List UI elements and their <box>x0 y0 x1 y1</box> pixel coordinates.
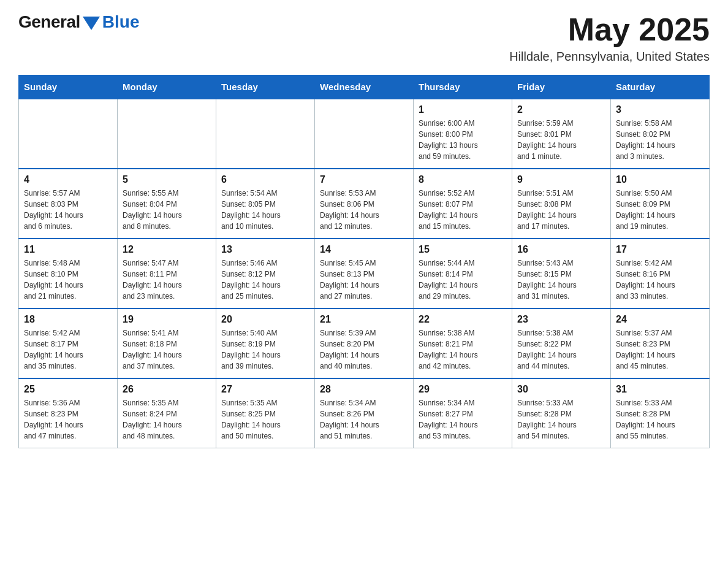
day-info: Sunrise: 5:50 AM Sunset: 8:09 PM Dayligh… <box>616 188 704 232</box>
logo: General Blue <box>18 12 139 32</box>
location-subtitle: Hilldale, Pennsylvania, United States <box>509 50 710 64</box>
calendar-day-header: Monday <box>118 75 216 99</box>
day-number: 15 <box>419 244 507 255</box>
day-info: Sunrise: 5:38 AM Sunset: 8:22 PM Dayligh… <box>517 327 605 372</box>
day-number: 29 <box>419 384 507 395</box>
day-info: Sunrise: 5:40 AM Sunset: 8:19 PM Dayligh… <box>221 327 309 372</box>
day-info: Sunrise: 5:36 AM Sunset: 8:23 PM Dayligh… <box>24 397 112 442</box>
calendar-day-header: Friday <box>512 75 611 99</box>
calendar-cell: 10Sunrise: 5:50 AM Sunset: 8:09 PM Dayli… <box>611 169 710 239</box>
day-number: 19 <box>123 314 211 325</box>
calendar-week-row: 1Sunrise: 6:00 AM Sunset: 8:00 PM Daylig… <box>19 99 710 169</box>
calendar-day-header: Saturday <box>611 75 710 99</box>
calendar-week-row: 25Sunrise: 5:36 AM Sunset: 8:23 PM Dayli… <box>19 378 710 448</box>
day-number: 26 <box>123 384 211 395</box>
calendar-cell: 20Sunrise: 5:40 AM Sunset: 8:19 PM Dayli… <box>216 308 315 378</box>
day-number: 22 <box>419 314 507 325</box>
calendar-cell: 24Sunrise: 5:37 AM Sunset: 8:23 PM Dayli… <box>611 308 710 378</box>
day-number: 27 <box>221 384 309 395</box>
calendar-cell: 4Sunrise: 5:57 AM Sunset: 8:03 PM Daylig… <box>19 169 118 239</box>
day-info: Sunrise: 5:51 AM Sunset: 8:08 PM Dayligh… <box>517 188 605 232</box>
calendar-day-header: Sunday <box>19 75 118 99</box>
logo-general-text: General <box>18 12 80 32</box>
calendar-cell: 18Sunrise: 5:42 AM Sunset: 8:17 PM Dayli… <box>19 308 118 378</box>
day-info: Sunrise: 5:55 AM Sunset: 8:04 PM Dayligh… <box>123 188 211 232</box>
day-info: Sunrise: 5:58 AM Sunset: 8:02 PM Dayligh… <box>616 118 704 162</box>
calendar-cell: 2Sunrise: 5:59 AM Sunset: 8:01 PM Daylig… <box>512 99 611 169</box>
day-info: Sunrise: 5:34 AM Sunset: 8:27 PM Dayligh… <box>419 397 507 442</box>
day-info: Sunrise: 5:42 AM Sunset: 8:17 PM Dayligh… <box>24 327 112 372</box>
calendar-table: SundayMondayTuesdayWednesdayThursdayFrid… <box>18 75 710 448</box>
calendar-cell: 22Sunrise: 5:38 AM Sunset: 8:21 PM Dayli… <box>414 308 512 378</box>
day-info: Sunrise: 5:33 AM Sunset: 8:28 PM Dayligh… <box>616 397 704 442</box>
day-number: 28 <box>320 384 408 395</box>
calendar-cell: 12Sunrise: 5:47 AM Sunset: 8:11 PM Dayli… <box>118 239 216 308</box>
calendar-cell: 27Sunrise: 5:35 AM Sunset: 8:25 PM Dayli… <box>216 378 315 448</box>
month-title: May 2025 <box>509 12 710 47</box>
day-number: 23 <box>517 314 605 325</box>
day-number: 4 <box>24 174 112 185</box>
day-info: Sunrise: 5:53 AM Sunset: 8:06 PM Dayligh… <box>320 188 408 232</box>
day-info: Sunrise: 5:52 AM Sunset: 8:07 PM Dayligh… <box>419 188 507 232</box>
calendar-cell: 31Sunrise: 5:33 AM Sunset: 8:28 PM Dayli… <box>611 378 710 448</box>
day-number: 11 <box>24 244 112 255</box>
calendar-cell <box>216 99 315 169</box>
calendar-header-row: SundayMondayTuesdayWednesdayThursdayFrid… <box>19 75 710 99</box>
day-number: 9 <box>517 174 605 185</box>
day-number: 16 <box>517 244 605 255</box>
calendar-cell: 13Sunrise: 5:46 AM Sunset: 8:12 PM Dayli… <box>216 239 315 308</box>
day-info: Sunrise: 6:00 AM Sunset: 8:00 PM Dayligh… <box>419 118 507 162</box>
title-area: May 2025 Hilldale, Pennsylvania, United … <box>509 12 710 64</box>
calendar-cell: 14Sunrise: 5:45 AM Sunset: 8:13 PM Dayli… <box>315 239 414 308</box>
calendar-week-row: 4Sunrise: 5:57 AM Sunset: 8:03 PM Daylig… <box>19 169 710 239</box>
calendar-cell: 5Sunrise: 5:55 AM Sunset: 8:04 PM Daylig… <box>118 169 216 239</box>
day-number: 7 <box>320 174 408 185</box>
day-number: 8 <box>419 174 507 185</box>
calendar-cell <box>19 99 118 169</box>
calendar-cell: 28Sunrise: 5:34 AM Sunset: 8:26 PM Dayli… <box>315 378 414 448</box>
calendar-cell: 3Sunrise: 5:58 AM Sunset: 8:02 PM Daylig… <box>611 99 710 169</box>
day-number: 2 <box>517 104 605 115</box>
day-info: Sunrise: 5:38 AM Sunset: 8:21 PM Dayligh… <box>419 327 507 372</box>
day-info: Sunrise: 5:47 AM Sunset: 8:11 PM Dayligh… <box>123 258 211 302</box>
day-info: Sunrise: 5:42 AM Sunset: 8:16 PM Dayligh… <box>616 258 704 302</box>
calendar-cell: 19Sunrise: 5:41 AM Sunset: 8:18 PM Dayli… <box>118 308 216 378</box>
day-number: 6 <box>221 174 309 185</box>
day-info: Sunrise: 5:45 AM Sunset: 8:13 PM Dayligh… <box>320 258 408 302</box>
calendar-cell: 26Sunrise: 5:35 AM Sunset: 8:24 PM Dayli… <box>118 378 216 448</box>
calendar-cell: 1Sunrise: 6:00 AM Sunset: 8:00 PM Daylig… <box>414 99 512 169</box>
logo-blue-text: Blue <box>102 12 140 32</box>
day-number: 31 <box>616 384 704 395</box>
day-number: 25 <box>24 384 112 395</box>
calendar-cell: 6Sunrise: 5:54 AM Sunset: 8:05 PM Daylig… <box>216 169 315 239</box>
calendar-cell: 7Sunrise: 5:53 AM Sunset: 8:06 PM Daylig… <box>315 169 414 239</box>
day-number: 13 <box>221 244 309 255</box>
calendar-cell: 8Sunrise: 5:52 AM Sunset: 8:07 PM Daylig… <box>414 169 512 239</box>
calendar-cell: 11Sunrise: 5:48 AM Sunset: 8:10 PM Dayli… <box>19 239 118 308</box>
calendar-day-header: Tuesday <box>216 75 315 99</box>
day-info: Sunrise: 5:41 AM Sunset: 8:18 PM Dayligh… <box>123 327 211 372</box>
day-number: 18 <box>24 314 112 325</box>
calendar-day-header: Wednesday <box>315 75 414 99</box>
day-info: Sunrise: 5:34 AM Sunset: 8:26 PM Dayligh… <box>320 397 408 442</box>
calendar-cell: 23Sunrise: 5:38 AM Sunset: 8:22 PM Dayli… <box>512 308 611 378</box>
page-header: General Blue May 2025 Hilldale, Pennsylv… <box>18 12 710 64</box>
day-number: 21 <box>320 314 408 325</box>
calendar-cell: 21Sunrise: 5:39 AM Sunset: 8:20 PM Dayli… <box>315 308 414 378</box>
day-info: Sunrise: 5:35 AM Sunset: 8:24 PM Dayligh… <box>123 397 211 442</box>
day-number: 12 <box>123 244 211 255</box>
day-number: 24 <box>616 314 704 325</box>
day-info: Sunrise: 5:48 AM Sunset: 8:10 PM Dayligh… <box>24 258 112 302</box>
day-number: 17 <box>616 244 704 255</box>
calendar-cell: 25Sunrise: 5:36 AM Sunset: 8:23 PM Dayli… <box>19 378 118 448</box>
calendar-cell: 15Sunrise: 5:44 AM Sunset: 8:14 PM Dayli… <box>414 239 512 308</box>
day-number: 30 <box>517 384 605 395</box>
calendar-cell: 17Sunrise: 5:42 AM Sunset: 8:16 PM Dayli… <box>611 239 710 308</box>
calendar-cell <box>118 99 216 169</box>
calendar-cell <box>315 99 414 169</box>
day-info: Sunrise: 5:37 AM Sunset: 8:23 PM Dayligh… <box>616 327 704 372</box>
calendar-cell: 16Sunrise: 5:43 AM Sunset: 8:15 PM Dayli… <box>512 239 611 308</box>
day-number: 10 <box>616 174 704 185</box>
calendar-cell: 9Sunrise: 5:51 AM Sunset: 8:08 PM Daylig… <box>512 169 611 239</box>
calendar-week-row: 18Sunrise: 5:42 AM Sunset: 8:17 PM Dayli… <box>19 308 710 378</box>
